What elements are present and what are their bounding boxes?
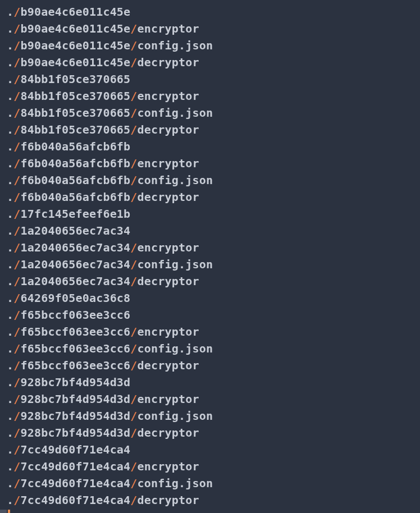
path-separator: / [130, 39, 137, 52]
output-line: ./f65bccf063ee3cc6 [7, 306, 413, 323]
path-segment: f65bccf063ee3cc6 [21, 342, 131, 355]
path-separator: / [13, 443, 20, 456]
path-dot: . [7, 140, 13, 153]
path-segment: 928bc7bf4d954d3d [21, 375, 131, 389]
path-separator: / [13, 106, 20, 120]
output-line: ./f6b040a56afcb6fb [7, 138, 413, 155]
path-separator: / [130, 493, 137, 507]
path-separator: / [13, 173, 20, 187]
path-dot: . [7, 123, 13, 136]
path-separator: / [13, 224, 20, 237]
output-line: ./b90ae4c6e011c45e/encryptor [7, 20, 413, 37]
path-segment: config.json [138, 106, 213, 120]
path-dot: . [7, 207, 13, 221]
path-dot: . [7, 409, 13, 423]
path-separator: / [130, 342, 137, 355]
path-segment: 7cc49d60f71e4ca4 [21, 477, 131, 490]
path-segment: 7cc49d60f71e4ca4 [21, 460, 131, 473]
path-separator: / [13, 22, 20, 35]
output-line: ./84bb1f05ce370665/config.json [7, 104, 413, 121]
path-separator: / [13, 56, 20, 69]
path-segment: decryptor [138, 359, 199, 372]
path-segment: b90ae4c6e011c45e [21, 39, 131, 52]
output-line: ./928bc7bf4d954d3d/decryptor [7, 424, 413, 441]
path-separator: / [13, 190, 20, 204]
path-segment: decryptor [138, 56, 199, 69]
path-segment: config.json [138, 39, 213, 52]
path-segment: f6b040a56afcb6fb [21, 157, 131, 170]
prompt-row[interactable] [0, 509, 420, 513]
output-line: ./928bc7bf4d954d3d [7, 374, 413, 391]
output-line: ./1a2040656ec7ac34/decryptor [7, 273, 413, 290]
path-separator: / [130, 22, 137, 35]
path-segment: f6b040a56afcb6fb [21, 190, 131, 204]
path-separator: / [130, 274, 137, 288]
output-line: ./7cc49d60f71e4ca4 [7, 441, 413, 458]
path-segment: f65bccf063ee3cc6 [21, 359, 131, 372]
path-separator: / [130, 426, 137, 439]
path-dot: . [7, 460, 13, 473]
path-segment: f65bccf063ee3cc6 [21, 325, 131, 338]
path-separator: / [130, 190, 137, 204]
path-segment: f6b040a56afcb6fb [21, 140, 131, 153]
path-dot: . [7, 224, 13, 237]
path-dot: . [7, 291, 13, 305]
path-segment: config.json [138, 173, 213, 187]
path-separator: / [13, 123, 20, 136]
path-dot: . [7, 392, 13, 406]
path-dot: . [7, 308, 13, 322]
path-segment: b90ae4c6e011c45e [21, 22, 131, 35]
path-segment: config.json [138, 258, 213, 271]
path-segment: 928bc7bf4d954d3d [21, 392, 131, 406]
path-segment: config.json [138, 409, 213, 423]
path-segment: b90ae4c6e011c45e [21, 5, 131, 19]
path-dot: . [7, 325, 13, 338]
path-dot: . [7, 106, 13, 120]
output-line: ./1a2040656ec7ac34 [7, 222, 413, 239]
path-dot: . [7, 274, 13, 288]
path-segment: f65bccf063ee3cc6 [21, 308, 131, 322]
path-segment: 7cc49d60f71e4ca4 [21, 443, 131, 456]
path-segment: encryptor [138, 22, 199, 35]
path-separator: / [13, 460, 20, 473]
path-dot: . [7, 157, 13, 170]
path-separator: / [13, 359, 20, 372]
path-segment: encryptor [138, 392, 199, 406]
path-dot: . [7, 477, 13, 490]
path-dot: . [7, 22, 13, 35]
output-line: ./64269f05e0ac36c8 [7, 290, 413, 306]
path-separator: / [130, 477, 137, 490]
path-separator: / [13, 5, 20, 19]
output-line: ./928bc7bf4d954d3d/encryptor [7, 391, 413, 407]
path-separator: / [130, 392, 137, 406]
output-line: ./b90ae4c6e011c45e/config.json [7, 37, 413, 54]
path-separator: / [13, 39, 20, 52]
path-separator: / [13, 207, 20, 221]
path-separator: / [13, 140, 20, 153]
path-dot: . [7, 375, 13, 389]
path-separator: / [130, 89, 137, 103]
path-dot: . [7, 443, 13, 456]
path-segment: config.json [138, 342, 213, 355]
path-dot: . [7, 426, 13, 439]
output-line: ./f6b040a56afcb6fb/encryptor [7, 155, 413, 172]
path-separator: / [13, 392, 20, 406]
path-segment: encryptor [138, 460, 199, 473]
path-separator: / [13, 89, 20, 103]
path-separator: / [13, 493, 20, 507]
output-line: ./7cc49d60f71e4ca4/encryptor [7, 458, 413, 475]
output-line: ./17fc145efeef6e1b [7, 205, 413, 222]
terminal-output: ./b90ae4c6e011c45e./b90ae4c6e011c45e/enc… [0, 0, 420, 509]
path-dot: . [7, 56, 13, 69]
path-segment: 1a2040656ec7ac34 [21, 241, 131, 254]
path-dot: . [7, 342, 13, 355]
path-segment: 64269f05e0ac36c8 [21, 291, 131, 305]
path-separator: / [130, 106, 137, 120]
path-segment: 84bb1f05ce370665 [21, 123, 131, 136]
path-dot: . [7, 39, 13, 52]
output-line: ./f65bccf063ee3cc6/decryptor [7, 357, 413, 374]
path-separator: / [130, 325, 137, 338]
path-segment: 1a2040656ec7ac34 [21, 258, 131, 271]
path-separator: / [13, 375, 20, 389]
path-separator: / [130, 241, 137, 254]
